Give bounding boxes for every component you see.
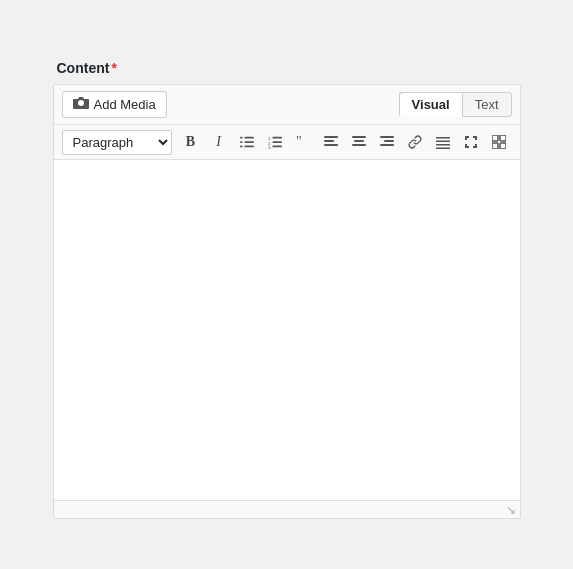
svg-rect-29 bbox=[500, 143, 506, 149]
svg-rect-25 bbox=[436, 148, 450, 150]
svg-rect-0 bbox=[240, 137, 243, 139]
view-tabs: Visual Text bbox=[399, 92, 512, 117]
italic-button[interactable]: I bbox=[206, 129, 232, 155]
add-media-icon bbox=[73, 96, 89, 113]
align-right-button[interactable] bbox=[374, 129, 400, 155]
svg-rect-1 bbox=[244, 137, 254, 139]
svg-rect-2 bbox=[240, 141, 243, 143]
bold-button[interactable]: B bbox=[178, 129, 204, 155]
svg-rect-15 bbox=[324, 144, 338, 146]
svg-rect-17 bbox=[354, 140, 364, 142]
svg-rect-20 bbox=[384, 140, 394, 142]
svg-rect-3 bbox=[244, 141, 254, 143]
svg-rect-5 bbox=[244, 146, 254, 148]
svg-rect-24 bbox=[436, 144, 450, 146]
required-marker: * bbox=[111, 60, 116, 76]
editor-container: Content* Add Media Visual Text Parag bbox=[53, 50, 521, 519]
add-media-label: Add Media bbox=[94, 97, 156, 112]
fullscreen-button[interactable] bbox=[458, 129, 484, 155]
editor-wrapper: Add Media Visual Text Paragraph Heading … bbox=[53, 84, 521, 519]
tab-visual[interactable]: Visual bbox=[399, 92, 462, 117]
paragraph-select[interactable]: Paragraph Heading 1 Heading 2 Heading 3 … bbox=[62, 130, 172, 155]
editor-resize-bar: ↘ bbox=[54, 500, 520, 518]
svg-rect-13 bbox=[324, 136, 338, 138]
svg-text:": " bbox=[296, 135, 302, 149]
svg-rect-9 bbox=[272, 141, 282, 143]
svg-rect-11 bbox=[272, 146, 282, 148]
resize-handle[interactable]: ↘ bbox=[506, 504, 516, 516]
svg-rect-7 bbox=[272, 137, 282, 139]
svg-rect-28 bbox=[492, 143, 498, 149]
svg-rect-21 bbox=[380, 144, 394, 146]
label-text: Content bbox=[57, 60, 110, 76]
svg-rect-22 bbox=[436, 137, 450, 139]
svg-rect-26 bbox=[492, 135, 498, 141]
align-left-button[interactable] bbox=[318, 129, 344, 155]
svg-rect-16 bbox=[352, 136, 366, 138]
unordered-list-button[interactable] bbox=[234, 129, 260, 155]
svg-rect-18 bbox=[352, 144, 366, 146]
tab-text[interactable]: Text bbox=[462, 92, 512, 117]
insert-link-button[interactable] bbox=[402, 129, 428, 155]
content-label: Content* bbox=[53, 60, 521, 76]
svg-rect-23 bbox=[436, 141, 450, 143]
editor-content[interactable] bbox=[54, 160, 520, 500]
ordered-list-button[interactable]: 1. 2. 3. bbox=[262, 129, 288, 155]
formatting-toolbar: Paragraph Heading 1 Heading 2 Heading 3 … bbox=[54, 125, 520, 160]
svg-rect-14 bbox=[324, 140, 334, 142]
kitchen-sink-button[interactable] bbox=[486, 129, 512, 155]
editor-top-bar: Add Media Visual Text bbox=[54, 85, 520, 125]
svg-rect-27 bbox=[500, 135, 506, 141]
svg-rect-4 bbox=[240, 146, 243, 148]
add-media-button[interactable]: Add Media bbox=[62, 91, 167, 118]
svg-text:3.: 3. bbox=[268, 145, 272, 149]
svg-rect-19 bbox=[380, 136, 394, 138]
align-center-button[interactable] bbox=[346, 129, 372, 155]
blockquote-button[interactable]: " bbox=[290, 129, 316, 155]
horizontal-rule-button[interactable] bbox=[430, 129, 456, 155]
